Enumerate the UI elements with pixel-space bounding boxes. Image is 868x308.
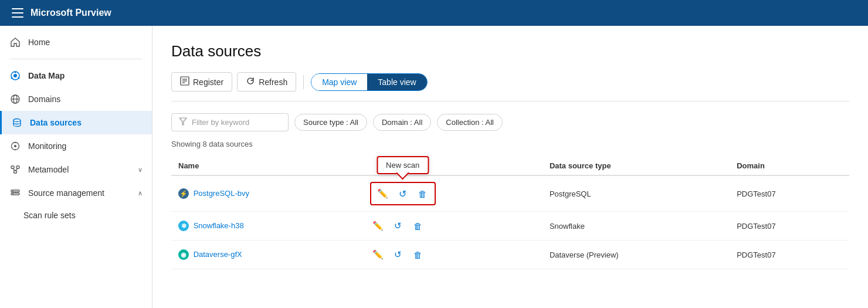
sidebar-metamodel-label: Metamodel: [28, 165, 69, 174]
data-sources-table: Name Data source type Domain ⚡ PostgreSQ…: [171, 157, 849, 269]
delete-icon[interactable]: 🗑: [415, 185, 431, 202]
filters-row: Filter by keyword Source type : All Doma…: [171, 113, 849, 131]
source-domain-cell: PDGTest07: [730, 212, 849, 241]
map-view-button[interactable]: Map view: [311, 74, 367, 90]
source-name-cell: ⚡ PostgreSQL-bvy: [171, 175, 363, 212]
svg-point-21: [12, 194, 13, 195]
table-row: ◉ Dataverse-gfX ✏️ ↺ 🗑 Dataverse (Previe…: [171, 241, 849, 269]
sidebar-item-data-sources[interactable]: Data sources: [0, 111, 152, 134]
svg-marker-26: [179, 118, 187, 125]
scan-icon[interactable]: ↺: [390, 218, 406, 234]
map-view-label: Map view: [322, 77, 357, 87]
svg-rect-18: [11, 190, 19, 192]
data-map-icon: [9, 70, 21, 82]
svg-rect-14: [16, 166, 19, 168]
refresh-icon: [246, 76, 255, 87]
source-link-dataverse[interactable]: Dataverse-gfX: [194, 250, 242, 259]
register-icon: [180, 76, 189, 87]
sidebar: Home Data Map: [0, 26, 152, 308]
sidebar-monitoring-label: Monitoring: [28, 141, 66, 151]
delete-icon[interactable]: 🗑: [410, 246, 426, 263]
keyword-filter-input[interactable]: Filter by keyword: [171, 113, 289, 131]
source-mgmt-chevron-up-icon: ∧: [138, 189, 143, 197]
edit-icon[interactable]: ✏️: [370, 246, 386, 263]
domains-icon: [9, 93, 21, 105]
source-link-snowflake[interactable]: Snowflake-h38: [194, 221, 244, 230]
row-actions-snowflake: ✏️ ↺ 🗑: [370, 218, 535, 234]
svg-point-8: [13, 119, 21, 122]
col-domain: Domain: [730, 157, 849, 175]
source-domain-cell: PDGTest07: [730, 175, 849, 212]
postgresql-icon: ⚡: [178, 188, 189, 199]
data-count: Showing 8 data sources: [171, 140, 849, 148]
view-toggle: Map view Table view: [311, 73, 428, 91]
sidebar-item-home[interactable]: Home: [0, 31, 152, 54]
metamodel-chevron-down-icon: ∨: [138, 166, 143, 174]
table-row: ❄ Snowflake-h38 ✏️ ↺ 🗑 Snowflake PDGTest…: [171, 212, 849, 241]
svg-point-1: [13, 74, 17, 77]
sidebar-data-sources-label: Data sources: [30, 118, 82, 127]
collection-filter[interactable]: Collection : All: [437, 114, 503, 131]
sidebar-divider: [9, 59, 143, 59]
page-title: Data sources: [171, 42, 849, 60]
edit-icon[interactable]: ✏️: [375, 185, 391, 202]
source-type-cell: PostgreSQL: [542, 175, 730, 212]
source-actions-cell: New scan ✏️ ↺ 🗑: [363, 175, 542, 212]
new-scan-popup: New scan: [377, 156, 429, 174]
source-mgmt-icon: [9, 187, 21, 199]
refresh-button[interactable]: Refresh: [237, 72, 296, 92]
monitoring-icon: [9, 140, 21, 152]
table-header-row: Name Data source type Domain: [171, 157, 849, 175]
hamburger-menu-icon[interactable]: [12, 8, 23, 18]
main-layout: Home Data Map: [0, 26, 868, 308]
sidebar-scan-rule-sets-label: Scan rule sets: [23, 211, 76, 220]
domain-filter-label: Domain : All: [382, 118, 422, 127]
source-actions-cell: ✏️ ↺ 🗑: [363, 212, 542, 241]
row-actions-dataverse: ✏️ ↺ 🗑: [370, 246, 535, 263]
source-type-filter-label: Source type : All: [303, 118, 358, 127]
svg-point-20: [12, 191, 13, 192]
scan-icon[interactable]: ↺: [390, 246, 406, 263]
edit-icon[interactable]: ✏️: [370, 218, 386, 234]
register-label: Register: [193, 77, 223, 87]
toolbar: Register Refresh Map view Table view: [171, 72, 849, 101]
col-type: Data source type: [542, 157, 730, 175]
refresh-label: Refresh: [259, 77, 287, 87]
metamodel-icon: [9, 164, 21, 175]
app-title: Microsoft Purview: [30, 8, 111, 18]
delete-icon[interactable]: 🗑: [410, 218, 426, 234]
sidebar-item-monitoring[interactable]: Monitoring: [0, 134, 152, 158]
svg-point-2: [15, 72, 16, 73]
source-type-filter[interactable]: Source type : All: [294, 114, 367, 131]
svg-point-4: [11, 77, 13, 79]
sidebar-item-scan-rule-sets[interactable]: Scan rule sets: [0, 205, 152, 226]
popup-outer-border: ✏️ ↺ 🗑: [370, 182, 436, 205]
source-type-cell: Dataverse (Preview): [542, 241, 730, 269]
row-actions-postgresql: New scan ✏️ ↺ 🗑: [370, 182, 535, 205]
source-link-postgresql[interactable]: PostgreSQL-bvy: [194, 189, 249, 198]
domain-filter[interactable]: Domain : All: [373, 114, 431, 131]
source-actions-cell: ✏️ ↺ 🗑: [363, 241, 542, 269]
sidebar-home-label: Home: [28, 38, 50, 47]
svg-point-10: [14, 145, 16, 147]
toolbar-divider: [303, 75, 304, 89]
home-icon: [9, 36, 21, 48]
sidebar-item-domains[interactable]: Domains: [0, 87, 152, 111]
dataverse-icon: ◉: [178, 249, 189, 260]
source-type-cell: Snowflake: [542, 212, 730, 241]
filter-icon: [179, 117, 187, 127]
table-view-label: Table view: [378, 77, 416, 87]
sidebar-item-metamodel[interactable]: Metamodel ∨: [0, 158, 152, 181]
keyword-placeholder: Filter by keyword: [192, 118, 249, 127]
svg-rect-19: [11, 193, 19, 195]
collection-filter-label: Collection : All: [446, 118, 494, 127]
topbar: Microsoft Purview: [0, 0, 868, 26]
data-sources-icon: [11, 117, 23, 128]
scan-icon[interactable]: ↺: [395, 185, 411, 202]
register-button[interactable]: Register: [171, 72, 232, 92]
col-name: Name: [171, 157, 363, 175]
table-row: ⚡ PostgreSQL-bvy New scan ✏️ ↺ 🗑: [171, 175, 849, 212]
table-view-button[interactable]: Table view: [367, 74, 426, 90]
snowflake-icon: ❄: [178, 221, 189, 231]
sidebar-item-source-management[interactable]: Source management ∧: [0, 181, 152, 205]
